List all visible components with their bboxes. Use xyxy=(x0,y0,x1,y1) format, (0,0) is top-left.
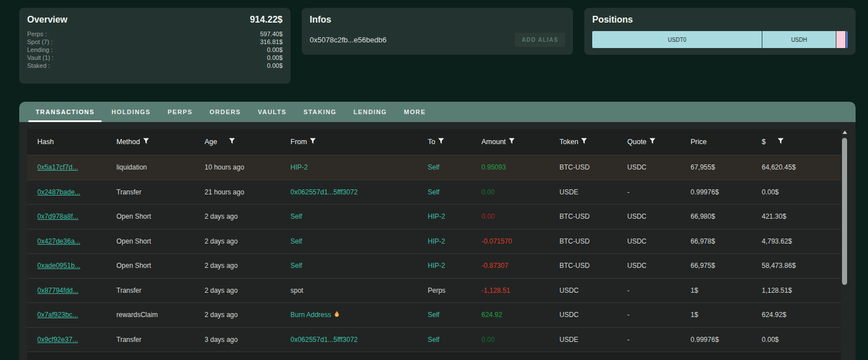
transaction-row: 0x5a17cf7d...liquidation10 hours agoHIP-… xyxy=(27,155,841,180)
cell-amount: -1,128.51 xyxy=(481,287,559,294)
cell-method: Transfer xyxy=(116,188,205,196)
cell-token: USDE xyxy=(559,188,627,196)
position-segment[interactable]: USDH xyxy=(762,31,835,48)
filter-icon[interactable] xyxy=(438,138,444,146)
from-address-link[interactable]: 0x062557d1...5fff3072 xyxy=(290,188,358,196)
tab-staking[interactable]: STAKING xyxy=(295,102,345,122)
cell-hash-link[interactable]: 0x427de36a... xyxy=(27,237,116,245)
column-header-label: Hash xyxy=(37,138,54,146)
cell-quote: - xyxy=(627,311,691,319)
overview-row: Staked :0.00$ xyxy=(27,62,283,70)
column-header-label: Method xyxy=(116,138,140,146)
to-address-link[interactable]: Self xyxy=(428,336,440,344)
cell-to: Perps xyxy=(428,287,481,294)
position-segment[interactable] xyxy=(846,31,848,48)
filter-icon[interactable] xyxy=(581,138,587,146)
column-header-label: Age xyxy=(205,138,217,146)
position-segment[interactable]: USDT0 xyxy=(592,31,762,48)
cell-hash-link[interactable]: 0x7af923bc... xyxy=(27,311,116,319)
cell-from: Self xyxy=(290,212,428,220)
cell-quote: - xyxy=(627,287,691,294)
overview-row-label: Perps : xyxy=(27,30,47,38)
filter-icon[interactable] xyxy=(310,138,316,146)
cell-usd: 1,128.51$ xyxy=(762,287,841,294)
cell-age: 2 days ago xyxy=(205,287,290,294)
filter-icon[interactable] xyxy=(649,138,656,146)
flame-icon xyxy=(334,311,340,319)
scroll-up-arrow-icon[interactable] xyxy=(843,131,847,134)
cell-amount: 0.00 xyxy=(481,188,559,196)
cell-quote: USDC xyxy=(627,163,691,171)
to-address-link[interactable]: Self xyxy=(428,163,440,171)
overview-title: Overview xyxy=(27,15,67,25)
overview-row-label: Spot (7) : xyxy=(27,38,53,46)
cell-amount: 0.00 xyxy=(481,336,559,344)
tab-orders[interactable]: ORDERS xyxy=(201,102,249,122)
position-segment[interactable] xyxy=(836,31,845,48)
to-address-link[interactable]: HIP-2 xyxy=(428,237,445,245)
transaction-row: 0x427de36a...Open Short2 days agoSelfHIP… xyxy=(27,229,841,254)
overview-row-value: 597.40$ xyxy=(260,30,283,38)
overview-row: Perps :597.40$ xyxy=(27,30,283,38)
from-address-link[interactable]: Self xyxy=(290,262,302,270)
column-header-to: To xyxy=(428,138,481,146)
overview-total-value: 914.22$ xyxy=(250,15,283,25)
cell-amount: -0.071570 xyxy=(481,237,559,245)
cell-from: Burn Address xyxy=(290,311,428,319)
cell-hash-link[interactable]: 0x87794fdd... xyxy=(27,287,116,294)
filter-icon[interactable] xyxy=(143,138,149,146)
from-address-link[interactable]: Self xyxy=(290,212,302,220)
transaction-row: 0xade0951b...Open Short2 days agoSelfHIP… xyxy=(27,253,841,278)
cell-price: 66,980$ xyxy=(691,212,762,220)
from-address-link[interactable]: 0x062557d1...5fff3072 xyxy=(290,336,358,344)
transactions-section: TRANSACTIONSHOLDINGSPERPSORDERSVAULTSSTA… xyxy=(19,102,856,360)
cell-to: Self xyxy=(428,311,481,319)
overview-row-value: 0.00$ xyxy=(267,62,283,70)
overview-row-value: 0.00$ xyxy=(267,46,283,54)
cell-hash-link[interactable]: 0x7d978a8f... xyxy=(27,212,116,220)
cell-quote: USDC xyxy=(627,212,691,220)
table-body: 0x5a17cf7d...liquidation10 hours agoHIP-… xyxy=(27,155,841,360)
cell-method: Transfer xyxy=(116,336,205,344)
cell-age: 2 days ago xyxy=(205,262,290,270)
cell-age: 2 days ago xyxy=(205,212,290,220)
transaction-row: 0x7d978a8f...Open Short2 days agoSelfHIP… xyxy=(27,204,841,229)
overview-row: Vault (1) :0.00$ xyxy=(27,54,283,62)
filter-icon[interactable] xyxy=(509,138,515,146)
add-alias-button[interactable]: ADD ALIAS xyxy=(515,33,565,47)
from-address-link[interactable]: Self xyxy=(290,237,302,245)
cell-hash-link[interactable]: 0x9cf92e37... xyxy=(27,336,116,344)
to-address-link[interactable]: Self xyxy=(428,311,440,319)
column-header-label: From xyxy=(290,138,307,146)
overview-row: Spot (7) :316.81$ xyxy=(27,38,283,46)
wallet-address[interactable]: 0x5078c2fb...e56bedb6 xyxy=(310,36,387,44)
scrollbar-thumb[interactable] xyxy=(842,138,847,285)
filter-icon[interactable] xyxy=(778,138,784,146)
from-address-link[interactable]: HIP-2 xyxy=(290,163,308,171)
filter-icon[interactable] xyxy=(229,138,235,146)
to-address-link[interactable]: Self xyxy=(428,188,440,196)
tab-perps[interactable]: PERPS xyxy=(159,102,201,122)
position-segment-label: USDT0 xyxy=(668,37,687,43)
tab-holdings[interactable]: HOLDINGS xyxy=(103,102,159,122)
column-header-label: To xyxy=(428,138,435,146)
column-header-label: Token xyxy=(559,138,578,146)
from-address-link[interactable]: Burn Address xyxy=(290,311,331,319)
cell-token: USDC xyxy=(559,287,627,294)
cell-hash-link[interactable]: 0x5a17cf7d... xyxy=(27,163,116,171)
column-header-amount: Amount xyxy=(481,138,559,146)
cell-hash-link[interactable]: 0xade0951b... xyxy=(27,262,116,270)
cell-usd: 0.00$ xyxy=(762,336,841,344)
tab-vaults[interactable]: VAULTS xyxy=(249,102,295,122)
cell-hash-link[interactable]: 0x2487bade... xyxy=(27,188,116,196)
column-header-token: Token xyxy=(559,138,627,146)
tab-lending[interactable]: LENDING xyxy=(345,102,396,122)
positions-panel: Positions USDT0USDH xyxy=(584,8,856,55)
overview-row-label: Staked : xyxy=(27,62,50,70)
table-scrollbar[interactable] xyxy=(841,129,848,360)
to-address-link[interactable]: HIP-2 xyxy=(428,212,445,220)
tab-transactions[interactable]: TRANSACTIONS xyxy=(27,102,103,122)
to-address-link[interactable]: HIP-2 xyxy=(428,262,445,270)
tab-more[interactable]: MORE xyxy=(396,102,435,122)
cell-quote: - xyxy=(627,188,691,196)
